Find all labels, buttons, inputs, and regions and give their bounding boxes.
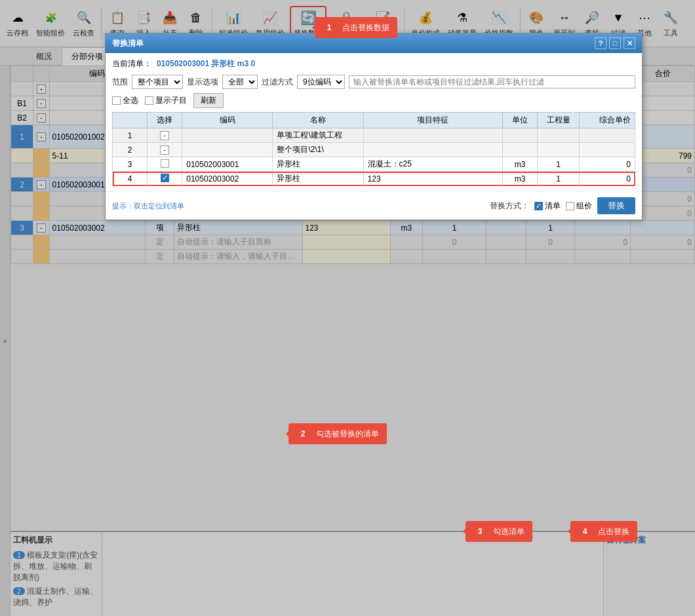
callout-arrow-4 [564, 528, 572, 535]
replace-clear-label: 清单 [545, 201, 561, 212]
dialog-table-row-selected[interactable]: 4 010502003002 异形柱 123 m3 1 0 [113, 172, 635, 186]
dth-num [113, 113, 148, 128]
drow-checkbox-checked[interactable] [161, 174, 169, 182]
dialog-close-btn[interactable]: ✕ [624, 37, 635, 49]
range-label: 范围 [112, 77, 128, 88]
drow-num: 2 [113, 143, 148, 157]
dialog-title-buttons: ? □ ✕ [595, 37, 635, 49]
range-select[interactable]: 整个项目 [132, 75, 183, 89]
drow-sel[interactable]: - [148, 143, 182, 157]
callout-2: 2 勾选被替换的清单 [288, 423, 387, 444]
filter-mode-select[interactable]: 9位编码 [297, 75, 345, 89]
dth-feat: 项目特征 [363, 113, 503, 128]
callout-arrow-3 [459, 528, 467, 535]
dialog-maximize-btn[interactable]: □ [609, 37, 621, 49]
show-sub-checkbox[interactable] [145, 96, 153, 105]
drow-num: 3 [113, 157, 148, 172]
drow-feat: 混凝土：c25 [363, 157, 503, 172]
callout-num-2: 2 [296, 427, 309, 440]
drow-name: 单项工程\建筑工程 [273, 128, 363, 143]
dth-qty: 工程量 [538, 113, 580, 128]
drow-qty [538, 143, 580, 157]
dialog-filter-row: 范围 整个项目 显示选项 全部 过滤方式 9位编码 [112, 75, 635, 89]
drow-sel[interactable]: - [148, 128, 182, 143]
dialog-table: 选择 编码 名称 项目特征 单位 工程量 综合单价 1 - 单项工程\建筑工程 [112, 112, 635, 186]
replace-clear-cb[interactable]: 清单 [534, 201, 561, 212]
dth-name: 名称 [273, 113, 363, 128]
drow-code: 010502003002 [182, 172, 273, 186]
dth-code: 编码 [182, 113, 273, 128]
dialog-table-row[interactable]: 2 - 整个项目\2\1\ [113, 143, 635, 157]
drow-name: 整个项目\2\1\ [273, 143, 363, 157]
callout-num-4: 4 [578, 525, 591, 538]
drow-unit: m3 [503, 172, 538, 186]
drow-price: 0 [579, 157, 635, 172]
drow-price: 0 [579, 172, 635, 186]
drow-name: 异形柱 [273, 157, 363, 172]
dialog-hint: 提示：双击定位到清单 [112, 201, 184, 211]
drow-code [182, 143, 273, 157]
drow-unit: m3 [503, 157, 538, 172]
drow-sel[interactable] [148, 172, 182, 186]
drow-num: 1 [113, 128, 148, 143]
dialog-current-row: 当前清单： 010502003001 异形柱 m3 0 [112, 58, 635, 69]
footer-right: 替换方式： 清单 组价 替换 [490, 197, 635, 214]
drow-unit [503, 128, 538, 143]
dialog-help-btn[interactable]: ? [595, 37, 606, 49]
dialog-table-row[interactable]: 3 010502003001 异形柱 混凝土：c25 m3 1 0 [113, 157, 635, 172]
drow-price [579, 128, 635, 143]
drow-checkbox[interactable] [161, 159, 169, 168]
dth-sel: 选择 [148, 113, 182, 128]
expand-btn[interactable]: - [160, 131, 169, 140]
dialog-current-value: 010502003001 异形柱 m3 0 [157, 58, 255, 69]
drow-feat [363, 143, 503, 157]
refresh-btn[interactable]: 刷新 [193, 93, 224, 108]
replace-group-cb[interactable]: 组价 [566, 201, 592, 212]
drow-feat: 123 [363, 172, 503, 186]
callout-3: 3 勾选清单 [466, 521, 532, 542]
callout-num-3: 3 [473, 525, 486, 538]
select-all-label: 全选 [123, 95, 138, 106]
drow-sel[interactable] [148, 157, 182, 172]
replace-group-label: 组价 [576, 201, 592, 212]
drow-code: 010502003001 [182, 157, 273, 172]
dth-unit: 单位 [503, 113, 538, 128]
drow-qty: 1 [538, 157, 580, 172]
callout-num-1: 1 [323, 21, 336, 34]
drow-unit [503, 143, 538, 157]
display-label: 显示选项 [187, 77, 218, 88]
dialog-checkbox-row: 全选 显示子目 刷新 [112, 93, 635, 108]
drow-qty [538, 128, 580, 143]
dialog-title-text: 替换清单 [112, 38, 144, 49]
callout-text-2: 勾选被替换的清单 [316, 429, 379, 440]
drow-num: 4 [113, 172, 148, 186]
replace-group-checkbox[interactable] [566, 202, 574, 210]
drow-price [579, 143, 635, 157]
callout-text-4: 点击替换 [598, 526, 629, 537]
select-all-cb[interactable]: 全选 [112, 95, 138, 106]
filter-input[interactable] [349, 75, 635, 88]
dialog-current-label: 当前清单： [112, 58, 151, 69]
replace-clear-checkbox[interactable] [534, 202, 543, 210]
dth-price: 综合单价 [579, 113, 635, 128]
expand-btn[interactable]: - [160, 145, 169, 155]
replace-mode-label: 替换方式： [490, 201, 529, 212]
callout-arrow-2 [282, 430, 290, 438]
drow-feat [363, 128, 503, 143]
dialog-table-row[interactable]: 1 - 单项工程\建筑工程 [113, 128, 635, 143]
dialog-body: 当前清单： 010502003001 异形柱 m3 0 范围 整个项目 显示选项… [106, 53, 642, 191]
replace-dialog: 替换清单 ? □ ✕ 当前清单： 010502003001 异形柱 m3 0 范… [105, 33, 643, 220]
callout-1: 1 点击替换数据 [315, 17, 397, 38]
callout-text-1: 点击替换数据 [342, 22, 389, 33]
callout-4: 4 点击替换 [570, 521, 637, 542]
replace-btn[interactable]: 替换 [597, 197, 635, 214]
display-select[interactable]: 全部 [222, 75, 258, 89]
drow-name: 异形柱 [273, 172, 363, 186]
callout-text-3: 勾选清单 [493, 526, 525, 537]
dialog-footer: 提示：双击定位到清单 替换方式： 清单 组价 替换 [106, 191, 642, 220]
drow-qty: 1 [538, 172, 580, 186]
select-all-checkbox[interactable] [112, 96, 121, 105]
drow-code [182, 128, 273, 143]
filter-label: 过滤方式 [262, 77, 293, 88]
show-sub-cb[interactable]: 显示子目 [145, 95, 187, 106]
